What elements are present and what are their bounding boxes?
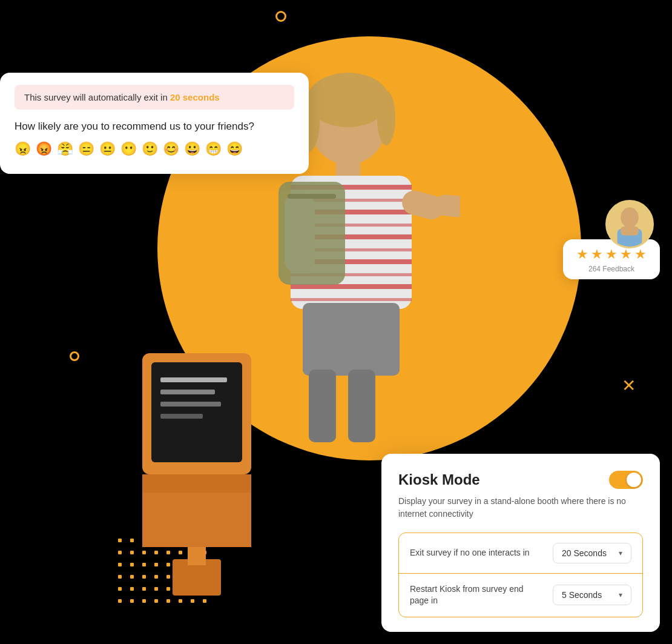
restart-kiosk-value: 5 Seconds bbox=[562, 590, 602, 600]
auto-exit-banner: This survey will automatically exit in 2… bbox=[15, 85, 294, 110]
emoji-3[interactable]: 😤 bbox=[57, 141, 73, 157]
kiosk-card-header: Kiosk Mode bbox=[398, 471, 643, 489]
kiosk-toggle[interactable] bbox=[609, 471, 643, 489]
kiosk-options-container: Exit survey if no one interacts in 20 Se… bbox=[398, 533, 643, 617]
kiosk-option-exit: Exit survey if no one interacts in 20 Se… bbox=[399, 533, 642, 574]
emoji-5[interactable]: 😐 bbox=[99, 141, 116, 157]
emoji-10[interactable]: 😁 bbox=[205, 141, 222, 157]
svg-rect-23 bbox=[336, 159, 360, 177]
stars-row: ★ ★ ★ ★ ★ bbox=[576, 247, 647, 262]
kiosk-title: Kiosk Mode bbox=[398, 471, 480, 488]
avatar bbox=[605, 200, 654, 248]
emoji-6[interactable]: 😶 bbox=[120, 141, 137, 157]
stars-card: ★ ★ ★ ★ ★ 264 Feedback bbox=[563, 239, 660, 279]
svg-rect-11 bbox=[151, 362, 242, 462]
emoji-9[interactable]: 😀 bbox=[184, 141, 200, 157]
chevron-down-icon: ▾ bbox=[619, 549, 622, 557]
dot-decoration-left bbox=[70, 351, 79, 361]
svg-point-22 bbox=[377, 91, 395, 145]
exit-survey-label: Exit survey if no one interacts in bbox=[410, 547, 530, 559]
emoji-11[interactable]: 😄 bbox=[226, 141, 243, 157]
svg-rect-47 bbox=[621, 227, 639, 236]
dot-decoration-top bbox=[275, 11, 286, 22]
svg-rect-14 bbox=[160, 402, 221, 407]
svg-rect-43 bbox=[348, 370, 375, 442]
svg-rect-15 bbox=[160, 414, 203, 419]
emoji-rating-row[interactable]: 😠 😡 😤 😑 😐 😶 🙂 😊 😀 😁 😄 bbox=[15, 141, 294, 157]
chevron-down-icon-2: ▾ bbox=[619, 591, 622, 599]
emoji-2[interactable]: 😡 bbox=[36, 141, 52, 157]
dot-decoration-right bbox=[542, 139, 554, 151]
star-5: ★ bbox=[634, 247, 647, 262]
toggle-knob bbox=[627, 473, 641, 487]
auto-exit-text-pre: This survey will automatically exit in bbox=[24, 92, 170, 102]
star-4: ★ bbox=[620, 247, 632, 262]
svg-rect-40 bbox=[288, 194, 336, 199]
emoji-1[interactable]: 😠 bbox=[15, 141, 31, 157]
survey-card: This survey will automatically exit in 2… bbox=[0, 73, 309, 174]
restart-kiosk-select[interactable]: 5 Seconds ▾ bbox=[553, 585, 631, 605]
svg-point-45 bbox=[621, 207, 639, 227]
svg-rect-41 bbox=[303, 303, 400, 376]
feedback-count: 264 Feedback bbox=[588, 265, 634, 273]
restart-kiosk-label: Restart Kiosk from survey end page in bbox=[410, 583, 543, 607]
star-2: ★ bbox=[591, 247, 603, 262]
auto-exit-highlight: 20 seconds bbox=[170, 92, 220, 102]
svg-rect-12 bbox=[160, 377, 227, 382]
svg-rect-33 bbox=[291, 284, 412, 289]
star-1: ★ bbox=[576, 247, 588, 262]
avatar-stars-card: ★ ★ ★ ★ ★ 264 Feedback bbox=[563, 200, 660, 279]
survey-question: How likely are you to recommend us to yo… bbox=[15, 121, 294, 133]
svg-rect-34 bbox=[291, 298, 412, 301]
kiosk-mode-card: Kiosk Mode Display your survey in a stan… bbox=[381, 454, 660, 632]
exit-survey-select[interactable]: 20 Seconds ▾ bbox=[553, 543, 631, 563]
kiosk-description: Display your survey in a stand-alone boo… bbox=[398, 495, 643, 520]
svg-rect-13 bbox=[160, 390, 215, 394]
star-3: ★ bbox=[605, 247, 618, 262]
exit-survey-value: 20 Seconds bbox=[562, 548, 607, 558]
emoji-8[interactable]: 😊 bbox=[163, 141, 179, 157]
emoji-4[interactable]: 😑 bbox=[78, 141, 94, 157]
x-decoration: ✕ bbox=[622, 376, 636, 396]
svg-rect-42 bbox=[309, 370, 336, 442]
kiosk-option-restart: Restart Kiosk from survey end page in 5 … bbox=[399, 574, 642, 617]
emoji-7[interactable]: 🙂 bbox=[142, 141, 158, 157]
